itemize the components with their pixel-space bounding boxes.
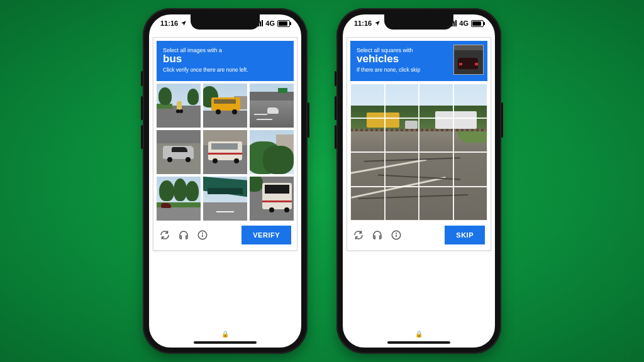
location-icon [374,20,380,26]
location-icon [180,20,187,26]
captcha-cell[interactable] [350,152,385,187]
stage: 11:16 4G Select all images with a bus [0,0,644,362]
captcha-card-bus: Select all images with a bus Click verif… [153,37,297,251]
captcha-grid [350,84,487,221]
notch [384,14,453,30]
status-time: 11:16 [160,19,178,27]
network-label: 4G [265,19,275,27]
captcha-tile[interactable] [203,177,247,221]
captcha-cell[interactable] [350,118,385,153]
captcha-tile[interactable] [157,84,201,128]
captcha-cell[interactable] [419,84,453,118]
battery-icon [277,20,290,27]
captcha-tile[interactable] [157,177,201,221]
battery-icon [471,20,484,27]
header-line3: Click verify once there are none left. [163,67,287,73]
captcha-cell[interactable] [453,84,488,118]
captcha-cell[interactable] [453,152,488,187]
captcha-cell[interactable] [350,84,385,118]
captcha-tile[interactable] [203,130,247,174]
captcha-cell[interactable] [385,152,419,187]
preview-thumb [453,45,484,75]
svg-point-5 [396,233,397,234]
headphones-icon[interactable] [178,229,189,241]
content-right: Select all squares with vehicles If ther… [347,37,491,251]
captcha-header: Select all squares with vehicles If ther… [350,41,487,81]
verify-button[interactable]: VERIFY [242,226,291,244]
captcha-tile[interactable] [203,84,247,128]
svg-point-2 [203,233,203,234]
captcha-cell[interactable] [385,118,419,153]
lock-icon: 🔒 [415,331,423,337]
captcha-cell[interactable] [453,118,488,153]
captcha-tile[interactable] [250,130,294,174]
skip-button[interactable]: SKIP [445,226,485,244]
captcha-cell[interactable] [453,187,488,221]
captcha-footer: SKIP [350,221,487,247]
captcha-grid [157,84,294,221]
info-icon[interactable] [197,229,208,241]
lock-icon: 🔒 [221,331,229,337]
info-icon[interactable] [391,229,402,241]
captcha-cell[interactable] [419,187,453,221]
captcha-tile[interactable] [250,177,294,221]
headphones-icon[interactable] [372,229,383,241]
captcha-image [350,84,487,221]
content-left: Select all images with a bus Click verif… [153,37,297,251]
captcha-tile[interactable] [250,84,294,128]
home-indicator[interactable] [194,341,257,344]
home-indicator[interactable] [387,341,450,344]
phone-right: 11:16 4G Select all squares with vehicle… [336,8,501,354]
captcha-cell[interactable] [419,152,453,187]
refresh-icon[interactable] [159,229,170,241]
captcha-tile[interactable] [157,130,201,174]
screen-left: 11:16 4G Select all images with a bus [149,14,301,348]
refresh-icon[interactable] [353,229,364,241]
network-label: 4G [459,19,469,27]
phone-left: 11:16 4G Select all images with a bus [143,8,308,354]
header-target: bus [163,53,287,65]
captcha-cell[interactable] [350,187,385,221]
captcha-cell[interactable] [385,187,419,221]
captcha-cell[interactable] [419,118,453,153]
notch [191,14,260,30]
status-time: 11:16 [354,19,372,27]
captcha-cell[interactable] [385,84,419,118]
captcha-card-vehicles: Select all squares with vehicles If ther… [347,37,491,251]
screen-right: 11:16 4G Select all squares with vehicle… [343,14,495,348]
captcha-header: Select all images with a bus Click verif… [157,41,294,81]
captcha-footer: VERIFY [157,221,294,247]
